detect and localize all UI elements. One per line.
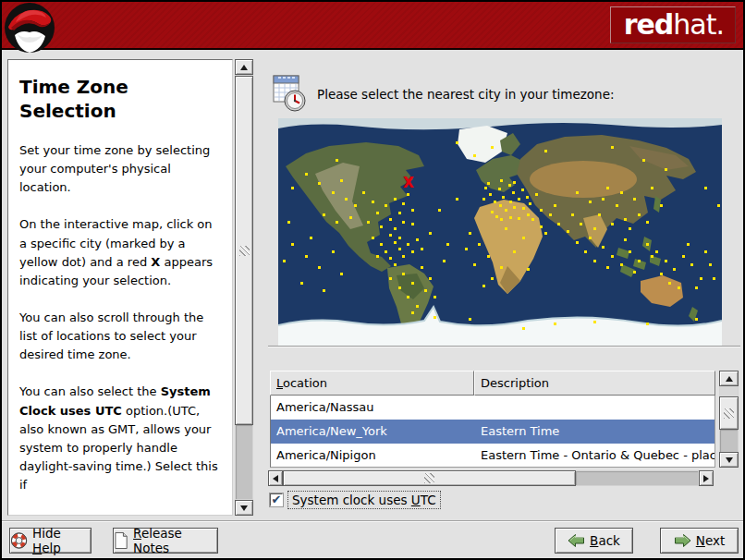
world-map[interactable]: X [278,118,722,346]
city-dot[interactable] [402,255,405,258]
city-dot[interactable] [473,154,476,157]
city-dot[interactable] [487,182,490,185]
city-dot[interactable] [567,230,569,233]
city-dot[interactable] [668,282,671,285]
city-dot[interactable] [695,286,698,289]
city-dot[interactable] [527,213,530,216]
city-dot[interactable] [491,211,494,213]
city-dot[interactable] [362,191,365,194]
city-dot[interactable] [682,255,685,258]
city-dot[interactable] [646,221,649,224]
city-dot[interactable] [557,223,560,225]
city-dot[interactable] [544,232,547,235]
city-dot[interactable] [690,263,693,266]
city-dot[interactable] [424,289,427,292]
table-vertical-scrollbar[interactable] [719,371,739,468]
city-dot[interactable] [717,204,720,207]
city-dot[interactable] [456,198,458,201]
city-dot[interactable] [398,286,401,289]
scrollbar-thumb[interactable] [235,76,253,425]
city-dot[interactable] [402,221,405,224]
city-dot[interactable] [611,146,614,149]
city-dot[interactable] [704,250,707,253]
city-dot[interactable] [505,227,507,230]
city-dot[interactable] [624,218,627,221]
city-dot[interactable] [478,243,481,246]
city-dot[interactable] [372,201,374,203]
city-dot[interactable] [606,187,609,189]
city-dot[interactable] [549,213,552,216]
city-dot[interactable] [407,193,409,196]
city-dot[interactable] [544,150,547,152]
city-dot[interactable] [318,182,321,185]
city-dot[interactable] [394,263,397,266]
city-dot[interactable] [380,225,383,228]
city-dot[interactable] [498,188,501,190]
city-dot[interactable] [522,327,525,330]
city-dot[interactable] [456,141,458,144]
city-dot[interactable] [283,260,286,262]
city-dot[interactable] [443,260,446,262]
city-dot[interactable] [531,218,534,221]
city-dot[interactable] [660,273,663,275]
city-dot[interactable] [598,213,601,216]
scroll-down-button[interactable] [235,500,253,516]
city-dot[interactable] [310,237,312,239]
city-dot[interactable] [540,209,543,212]
city-dot[interactable] [318,266,321,269]
city-dot[interactable] [554,204,556,207]
city-dot[interactable] [421,248,423,250]
city-dot[interactable] [521,189,524,191]
city-dot[interactable] [484,187,487,189]
city-dot[interactable] [305,173,308,176]
scrollbar-thumb[interactable] [719,396,739,430]
city-dot[interactable] [673,268,676,271]
city-dot[interactable] [616,204,618,207]
city-dot[interactable] [518,198,520,201]
city-dot[interactable] [446,243,449,246]
city-dot[interactable] [411,282,414,285]
city-dot[interactable] [593,227,596,230]
city-dot[interactable] [398,248,401,250]
city-dot[interactable] [576,191,579,194]
city-dot[interactable] [323,213,325,216]
scrollbar-trough[interactable] [576,471,698,485]
city-dot[interactable] [638,213,641,216]
city-dot[interactable] [394,227,397,230]
city-dot[interactable] [512,191,515,194]
table-horizontal-scrollbar[interactable] [268,470,714,486]
city-dot[interactable] [665,168,667,171]
city-dot[interactable] [402,202,405,205]
city-dot[interactable] [535,193,538,196]
city-dot[interactable] [500,218,503,221]
city-dot[interactable] [332,250,335,253]
scroll-down-button[interactable] [719,452,739,468]
city-dot[interactable] [611,223,614,225]
city-dot[interactable] [500,266,503,269]
city-dot[interactable] [411,223,414,225]
city-dot[interactable] [323,289,325,292]
city-dot[interactable] [389,218,392,221]
city-dot[interactable] [509,201,512,203]
city-dot[interactable] [416,238,419,241]
city-dot[interactable] [434,296,436,298]
city-dot[interactable] [580,223,582,225]
city-dot[interactable] [505,209,507,212]
city-dot[interactable] [665,260,667,262]
city-dot[interactable] [340,273,343,275]
city-dot[interactable] [429,232,432,235]
city-dot[interactable] [407,243,409,246]
location-column-header[interactable]: Location [270,371,474,396]
city-dot[interactable] [376,255,379,258]
city-dot[interactable] [411,209,414,212]
city-dot[interactable] [469,232,471,235]
city-dot[interactable] [411,311,414,314]
city-dot[interactable] [385,250,387,253]
city-dot[interactable] [709,263,712,266]
description-column-header[interactable]: Description [474,371,715,396]
back-button[interactable]: Back [555,528,633,554]
city-dot[interactable] [620,263,623,266]
city-dot[interactable] [522,237,525,239]
scrollbar-trough[interactable] [720,430,738,452]
city-dot[interactable] [367,221,370,224]
